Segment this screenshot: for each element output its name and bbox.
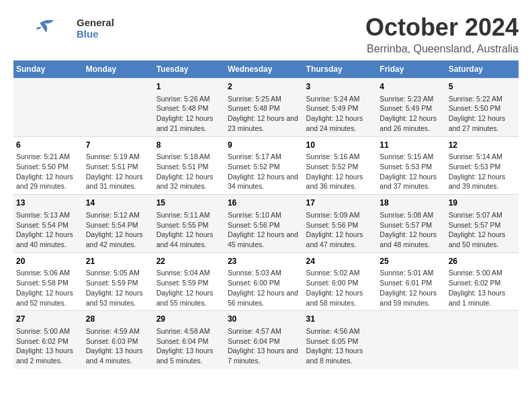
day-number: 21: [86, 256, 151, 267]
day-info: Sunrise: 5:04 AMSunset: 5:59 PMDaylight:…: [157, 268, 222, 308]
calendar-cell: 13Sunrise: 5:13 AMSunset: 5:54 PMDayligh…: [13, 195, 83, 253]
header-thursday: Thursday: [304, 60, 378, 79]
day-info: Sunrise: 5:16 AMSunset: 5:52 PMDaylight:…: [306, 152, 375, 191]
calendar-cell: 22Sunrise: 5:04 AMSunset: 5:59 PMDayligh…: [154, 253, 225, 311]
day-number: 18: [380, 197, 443, 209]
day-info: Sunrise: 4:57 AMSunset: 6:04 PMDaylight:…: [228, 326, 301, 366]
day-info: Sunrise: 5:24 AMSunset: 5:49 PMDaylight:…: [306, 94, 375, 134]
calendar-cell: [446, 311, 519, 369]
day-number: 27: [16, 314, 81, 325]
day-info: Sunrise: 4:56 AMSunset: 6:05 PMDaylight:…: [306, 326, 375, 366]
calendar-cell: 12Sunrise: 5:14 AMSunset: 5:53 PMDayligh…: [446, 136, 519, 195]
day-info: Sunrise: 5:01 AMSunset: 6:01 PMDaylight:…: [380, 268, 443, 308]
day-number: 13: [16, 197, 81, 209]
day-info: Sunrise: 5:15 AMSunset: 5:53 PMDaylight:…: [380, 152, 443, 191]
day-number: 1: [157, 81, 222, 93]
day-info: Sunrise: 5:21 AMSunset: 5:50 PMDaylight:…: [16, 152, 81, 191]
day-number: 6: [16, 140, 81, 151]
calendar-cell: 1Sunrise: 5:26 AMSunset: 5:48 PMDaylight…: [154, 79, 225, 137]
day-info: Sunrise: 5:13 AMSunset: 5:54 PMDaylight:…: [16, 210, 81, 250]
calendar-cell: 14Sunrise: 5:12 AMSunset: 5:54 PMDayligh…: [83, 195, 154, 253]
day-info: Sunrise: 5:18 AMSunset: 5:51 PMDaylight:…: [157, 152, 222, 191]
calendar-cell: 16Sunrise: 5:10 AMSunset: 5:56 PMDayligh…: [225, 195, 304, 253]
calendar-cell: 26Sunrise: 5:00 AMSunset: 6:02 PMDayligh…: [446, 253, 519, 311]
calendar-cell: 3Sunrise: 5:24 AMSunset: 5:49 PMDaylight…: [304, 79, 378, 137]
calendar-cell: 17Sunrise: 5:09 AMSunset: 5:56 PMDayligh…: [304, 195, 378, 253]
day-number: 23: [228, 256, 301, 267]
day-number: 7: [86, 140, 151, 151]
calendar-cell: 23Sunrise: 5:03 AMSunset: 6:00 PMDayligh…: [225, 253, 304, 311]
calendar-cell: 5Sunrise: 5:22 AMSunset: 5:50 PMDaylight…: [446, 79, 519, 137]
calendar-table: Sunday Monday Tuesday Wednesday Thursday…: [13, 60, 519, 369]
calendar-cell: 18Sunrise: 5:08 AMSunset: 5:57 PMDayligh…: [377, 195, 445, 253]
day-info: Sunrise: 5:26 AMSunset: 5:48 PMDaylight:…: [157, 94, 222, 134]
calendar-cell: [377, 311, 445, 369]
logo-blue: Blue: [77, 29, 114, 40]
calendar-cell: [83, 79, 154, 137]
day-number: 15: [157, 197, 222, 209]
calendar-cell: 24Sunrise: 5:02 AMSunset: 6:00 PMDayligh…: [304, 253, 378, 311]
day-number: 30: [228, 314, 301, 325]
day-info: Sunrise: 5:12 AMSunset: 5:54 PMDaylight:…: [86, 210, 151, 250]
day-number: 29: [157, 314, 222, 325]
day-info: Sunrise: 5:02 AMSunset: 6:00 PMDaylight:…: [306, 268, 375, 308]
calendar-cell: 15Sunrise: 5:11 AMSunset: 5:55 PMDayligh…: [154, 195, 225, 253]
week-row-2: 6Sunrise: 5:21 AMSunset: 5:50 PMDaylight…: [13, 136, 519, 195]
calendar-cell: 20Sunrise: 5:06 AMSunset: 5:58 PMDayligh…: [13, 253, 83, 311]
calendar-cell: 6Sunrise: 5:21 AMSunset: 5:50 PMDaylight…: [13, 136, 83, 195]
day-info: Sunrise: 5:17 AMSunset: 5:52 PMDaylight:…: [228, 152, 301, 191]
page-header: General Blue October 2024 Berrinba, Quee…: [13, 13, 519, 55]
day-info: Sunrise: 5:09 AMSunset: 5:56 PMDaylight:…: [306, 210, 375, 250]
day-number: 19: [449, 197, 516, 209]
day-number: 14: [86, 197, 151, 209]
calendar-cell: [13, 79, 83, 137]
title-block: October 2024 Berrinba, Queensland, Austr…: [365, 13, 519, 55]
day-number: 10: [306, 140, 375, 151]
day-info: Sunrise: 5:07 AMSunset: 5:57 PMDaylight:…: [449, 210, 516, 250]
week-row-1: 1Sunrise: 5:26 AMSunset: 5:48 PMDaylight…: [13, 79, 519, 137]
header-row: Sunday Monday Tuesday Wednesday Thursday…: [13, 60, 519, 79]
week-row-4: 20Sunrise: 5:06 AMSunset: 5:58 PMDayligh…: [13, 253, 519, 311]
day-info: Sunrise: 5:23 AMSunset: 5:49 PMDaylight:…: [380, 94, 443, 134]
day-info: Sunrise: 5:08 AMSunset: 5:57 PMDaylight:…: [380, 210, 443, 250]
calendar-cell: 10Sunrise: 5:16 AMSunset: 5:52 PMDayligh…: [304, 136, 378, 195]
header-friday: Friday: [377, 60, 445, 79]
calendar-cell: 9Sunrise: 5:17 AMSunset: 5:52 PMDaylight…: [225, 136, 304, 195]
day-info: Sunrise: 5:14 AMSunset: 5:53 PMDaylight:…: [449, 152, 516, 191]
calendar-cell: 11Sunrise: 5:15 AMSunset: 5:53 PMDayligh…: [377, 136, 445, 195]
calendar-cell: 8Sunrise: 5:18 AMSunset: 5:51 PMDaylight…: [154, 136, 225, 195]
header-monday: Monday: [83, 60, 154, 79]
logo-bird-icon: [13, 17, 74, 40]
day-info: Sunrise: 5:03 AMSunset: 6:00 PMDaylight:…: [228, 268, 301, 308]
day-number: 22: [157, 256, 222, 267]
day-info: Sunrise: 5:19 AMSunset: 5:51 PMDaylight:…: [86, 152, 151, 191]
day-number: 28: [86, 314, 151, 325]
calendar-cell: 27Sunrise: 5:00 AMSunset: 6:02 PMDayligh…: [13, 311, 83, 369]
day-info: Sunrise: 5:25 AMSunset: 5:48 PMDaylight:…: [228, 94, 301, 134]
calendar-cell: 21Sunrise: 5:05 AMSunset: 5:59 PMDayligh…: [83, 253, 154, 311]
header-wednesday: Wednesday: [225, 60, 304, 79]
day-info: Sunrise: 5:10 AMSunset: 5:56 PMDaylight:…: [228, 210, 301, 250]
day-info: Sunrise: 5:22 AMSunset: 5:50 PMDaylight:…: [449, 94, 516, 134]
day-number: 4: [380, 81, 443, 93]
location: Berrinba, Queensland, Australia: [365, 43, 519, 55]
calendar-cell: 30Sunrise: 4:57 AMSunset: 6:04 PMDayligh…: [225, 311, 304, 369]
logo: General Blue: [13, 13, 114, 40]
header-saturday: Saturday: [446, 60, 519, 79]
day-number: 31: [306, 314, 375, 325]
header-tuesday: Tuesday: [154, 60, 225, 79]
day-number: 16: [228, 197, 301, 209]
week-row-3: 13Sunrise: 5:13 AMSunset: 5:54 PMDayligh…: [13, 195, 519, 253]
day-number: 3: [306, 81, 375, 93]
day-number: 8: [157, 140, 222, 151]
day-info: Sunrise: 4:59 AMSunset: 6:03 PMDaylight:…: [86, 326, 151, 366]
day-info: Sunrise: 5:05 AMSunset: 5:59 PMDaylight:…: [86, 268, 151, 308]
day-info: Sunrise: 5:00 AMSunset: 6:02 PMDaylight:…: [449, 268, 516, 308]
calendar-cell: 31Sunrise: 4:56 AMSunset: 6:05 PMDayligh…: [304, 311, 378, 369]
day-number: 25: [380, 256, 443, 267]
calendar-cell: 2Sunrise: 5:25 AMSunset: 5:48 PMDaylight…: [225, 79, 304, 137]
day-number: 17: [306, 197, 375, 209]
day-number: 12: [449, 140, 516, 151]
calendar-cell: 7Sunrise: 5:19 AMSunset: 5:51 PMDaylight…: [83, 136, 154, 195]
logo-general: General: [77, 17, 114, 29]
